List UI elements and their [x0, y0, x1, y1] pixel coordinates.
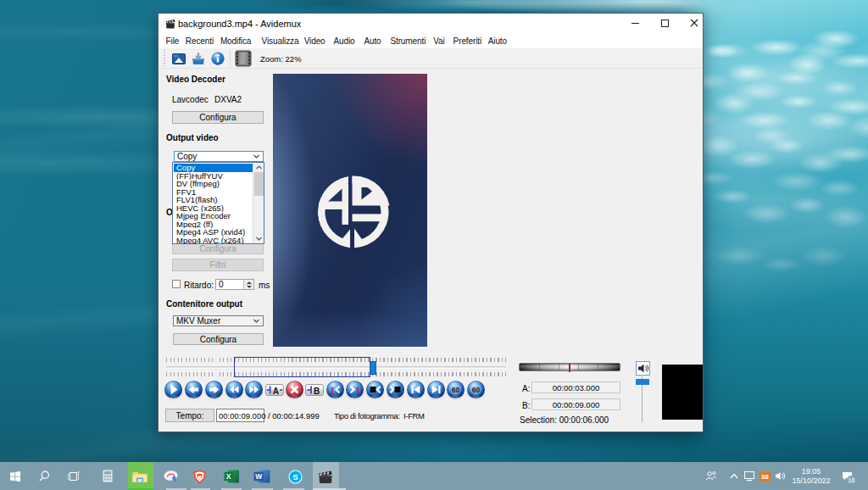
- svg-text:60: 60: [452, 386, 460, 394]
- svg-text:B: B: [314, 387, 320, 396]
- svg-text:S: S: [292, 472, 298, 482]
- svg-text:A: A: [272, 387, 278, 396]
- svg-text:I: I: [331, 385, 334, 395]
- svg-text:W: W: [255, 472, 263, 481]
- svg-text:X: X: [226, 472, 231, 481]
- svg-text:60: 60: [472, 386, 481, 394]
- svg-text:I: I: [356, 385, 359, 395]
